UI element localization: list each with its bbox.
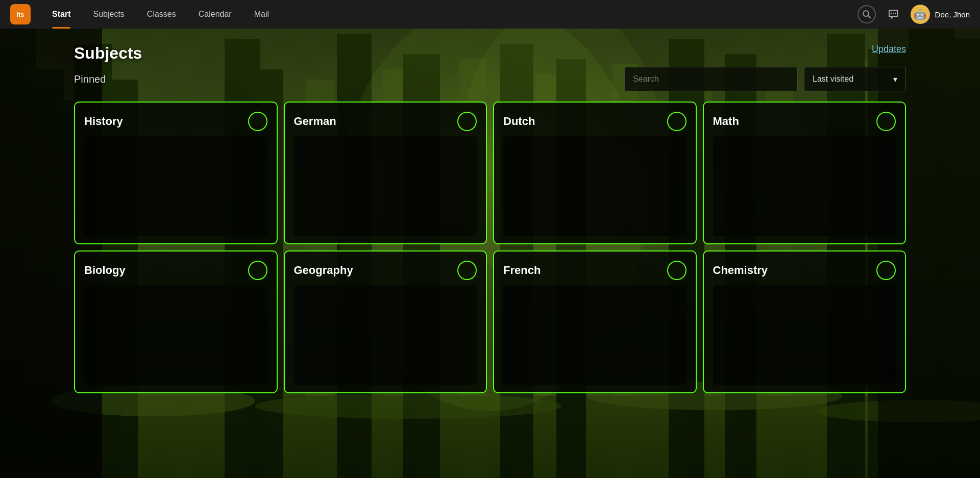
search-icon-button[interactable] xyxy=(857,5,876,23)
subject-name-biology: Biology xyxy=(84,264,126,277)
pin-circle-chemistry[interactable] xyxy=(876,261,896,280)
subject-card-geography[interactable]: Geography xyxy=(284,250,487,393)
pin-circle-german[interactable] xyxy=(457,112,477,131)
subject-card-header-german: German xyxy=(294,112,477,131)
controls-area: Last visited ▾ xyxy=(624,67,906,91)
svg-point-4 xyxy=(894,13,895,14)
pin-circle-biology[interactable] xyxy=(248,261,267,280)
subject-card-header-chemistry: Chemistry xyxy=(713,261,896,280)
nav-item-subjects[interactable]: Subjects xyxy=(82,0,135,29)
subject-card-header-geography: Geography xyxy=(294,261,477,280)
svg-line-1 xyxy=(868,16,870,18)
last-visited-label: Last visited xyxy=(813,74,853,84)
app-logo[interactable]: its xyxy=(10,4,31,24)
subject-card-body-french xyxy=(503,285,687,385)
user-name: Doe, Jhon xyxy=(935,10,970,19)
pin-circle-dutch[interactable] xyxy=(667,112,687,131)
subject-card-body-dutch xyxy=(503,136,687,236)
subject-card-french[interactable]: French xyxy=(493,250,697,393)
subject-card-german[interactable]: German xyxy=(284,102,487,244)
subject-card-body-chemistry xyxy=(713,285,896,385)
subject-card-body-biology xyxy=(84,285,267,385)
pinned-label: Pinned xyxy=(74,73,106,85)
subject-card-history[interactable]: History xyxy=(74,102,278,244)
chevron-down-icon: ▾ xyxy=(893,74,897,84)
chat-icon-button[interactable] xyxy=(884,5,902,23)
subject-card-body-history xyxy=(84,136,267,236)
subject-card-body-math xyxy=(713,136,896,236)
pin-circle-french[interactable] xyxy=(667,261,687,280)
pin-circle-geography[interactable] xyxy=(457,261,477,280)
search-input[interactable] xyxy=(624,67,798,91)
subject-card-header-dutch: Dutch xyxy=(503,112,687,131)
subject-name-geography: Geography xyxy=(294,264,353,277)
subject-card-body-geography xyxy=(294,285,477,385)
subject-name-math: Math xyxy=(713,115,739,128)
pin-circle-history[interactable] xyxy=(248,112,267,131)
page-header: Subjects Updates xyxy=(74,44,906,63)
page-title: Subjects xyxy=(74,44,142,63)
subject-name-chemistry: Chemistry xyxy=(713,264,768,277)
nav-item-classes[interactable]: Classes xyxy=(136,0,187,29)
subject-card-chemistry[interactable]: Chemistry xyxy=(703,250,906,393)
subject-card-header-math: Math xyxy=(713,112,896,131)
subject-name-french: French xyxy=(503,264,541,277)
subject-name-dutch: Dutch xyxy=(503,115,535,128)
nav-item-mail[interactable]: Mail xyxy=(243,0,280,29)
subject-card-header-history: History xyxy=(84,112,267,131)
subject-card-body-german xyxy=(294,136,477,236)
nav-item-start[interactable]: Start xyxy=(41,0,82,29)
subject-name-german: German xyxy=(294,115,336,128)
last-visited-button[interactable]: Last visited ▾ xyxy=(804,67,906,91)
navbar: its Start Subjects Classes Calendar Mail… xyxy=(0,0,980,29)
avatar: 🤖 xyxy=(911,5,930,24)
subject-card-biology[interactable]: Biology xyxy=(74,250,278,393)
svg-point-2 xyxy=(890,13,891,14)
sub-header: Pinned Last visited ▾ xyxy=(74,67,906,91)
updates-link[interactable]: Updates xyxy=(872,44,906,55)
subject-card-header-biology: Biology xyxy=(84,261,267,280)
avatar-emoji: 🤖 xyxy=(914,8,926,20)
svg-point-3 xyxy=(892,13,893,14)
subject-card-math[interactable]: Math xyxy=(703,102,906,244)
main-content: Subjects Updates Pinned Last visited ▾ H… xyxy=(0,29,980,478)
user-avatar-button[interactable]: 🤖 Doe, Jhon xyxy=(911,5,970,24)
subject-name-history: History xyxy=(84,115,123,128)
pin-circle-math[interactable] xyxy=(876,112,896,131)
nav-item-calendar[interactable]: Calendar xyxy=(187,0,243,29)
subjects-grid: History German Dutch Math Bi xyxy=(74,102,906,393)
subject-card-header-french: French xyxy=(503,261,687,280)
subject-card-dutch[interactable]: Dutch xyxy=(493,102,697,244)
page-content: Subjects Updates Pinned Last visited ▾ H… xyxy=(0,29,980,478)
